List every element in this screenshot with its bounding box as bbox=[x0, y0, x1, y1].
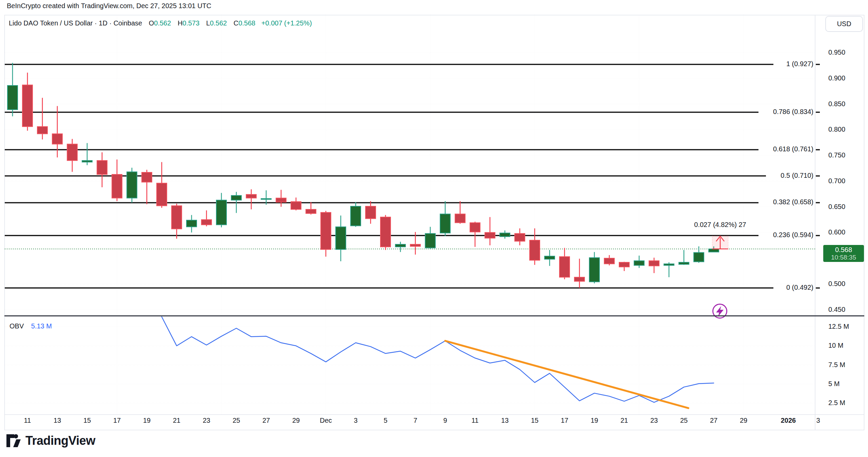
price-axis-label[interactable]: 0.600 bbox=[828, 228, 845, 236]
candle-body bbox=[127, 172, 137, 198]
candle-body bbox=[37, 127, 47, 134]
candle-body bbox=[649, 261, 659, 266]
candle-body bbox=[97, 160, 107, 174]
candle-body bbox=[709, 249, 719, 252]
candle-body bbox=[351, 206, 361, 226]
candle-body bbox=[440, 214, 450, 233]
date-axis-label[interactable]: 19 bbox=[132, 417, 162, 424]
date-axis-label[interactable]: 23 bbox=[191, 417, 222, 424]
obv-indicator-row: OBV 5.13 M bbox=[9, 322, 52, 330]
candle-body bbox=[82, 160, 92, 162]
candle-body bbox=[470, 223, 480, 232]
date-axis-label[interactable]: 2026 bbox=[773, 417, 804, 424]
obv-axis-label[interactable]: 7.5 M bbox=[828, 361, 845, 369]
date-axis-label[interactable]: 11 bbox=[12, 417, 43, 424]
price-axis-label[interactable]: 0.450 bbox=[828, 306, 845, 313]
price-axis-label[interactable]: 0.950 bbox=[828, 49, 845, 56]
candle-body bbox=[142, 172, 152, 182]
candle-body bbox=[500, 233, 510, 237]
tradingview-logo-icon bbox=[6, 434, 21, 448]
date-axis-label[interactable]: 5 bbox=[370, 417, 401, 424]
obv-axis-label[interactable]: 10 M bbox=[828, 342, 843, 349]
candle-body bbox=[186, 220, 197, 227]
fib-level-label: 0.618 (0.761) bbox=[773, 145, 813, 153]
measure-tool[interactable] bbox=[712, 236, 728, 249]
high-value: 0.573 bbox=[182, 19, 199, 27]
price-axis-label[interactable]: 0.850 bbox=[828, 100, 845, 108]
date-axis-label[interactable]: 19 bbox=[579, 417, 610, 424]
date-axis-label[interactable]: 25 bbox=[221, 417, 252, 424]
candle-body bbox=[679, 262, 689, 264]
candle-body bbox=[231, 195, 241, 200]
candle-body bbox=[380, 217, 391, 247]
date-axis-label[interactable]: 13 bbox=[490, 417, 520, 424]
tradingview-logo-text: TradingView bbox=[25, 434, 95, 448]
date-axis-label[interactable]: 11 bbox=[460, 417, 490, 424]
symbol-info-row: Lido DAO Token / US Dollar · 1D · Coinba… bbox=[9, 19, 312, 27]
date-axis-label[interactable]: 21 bbox=[609, 417, 639, 424]
date-axis-label[interactable]: 17 bbox=[102, 417, 132, 424]
date-axis-label[interactable]: 23 bbox=[639, 417, 669, 424]
candle-body bbox=[619, 262, 629, 267]
candle-body bbox=[336, 227, 346, 250]
tradingview-logo[interactable]: TradingView bbox=[6, 434, 95, 448]
candle-body bbox=[306, 209, 316, 213]
date-axis-label[interactable]: 7 bbox=[400, 417, 431, 424]
obv-axis-label[interactable]: 5 M bbox=[828, 380, 840, 388]
price-axis-label[interactable]: 0.650 bbox=[828, 203, 845, 211]
candle-body bbox=[485, 232, 495, 238]
date-axis-label[interactable]: 27 bbox=[698, 417, 729, 424]
date-axis-label[interactable]: 15 bbox=[519, 417, 550, 424]
candle-body bbox=[574, 277, 585, 281]
price-axis-label[interactable]: 0.800 bbox=[828, 126, 845, 133]
close-value: 0.568 bbox=[238, 19, 255, 27]
candle-body bbox=[664, 264, 674, 266]
date-axis-label[interactable]: 13 bbox=[42, 417, 73, 424]
fib-level-label: 0.786 (0.834) bbox=[773, 108, 813, 116]
date-axis-label[interactable]: 21 bbox=[161, 417, 192, 424]
obv-value: 5.13 M bbox=[31, 322, 52, 330]
open-label: O bbox=[149, 19, 154, 27]
date-axis-label[interactable]: 29 bbox=[728, 417, 759, 424]
low-value: 0.562 bbox=[210, 19, 227, 27]
date-axis-label[interactable]: 15 bbox=[72, 417, 102, 424]
obv-trendline[interactable] bbox=[445, 341, 688, 408]
date-axis-label[interactable]: 29 bbox=[281, 417, 311, 424]
date-axis-label[interactable]: 9 bbox=[430, 417, 460, 424]
candle-body bbox=[201, 220, 212, 225]
fib-level-label: 0.236 (0.594) bbox=[773, 231, 813, 239]
close-label: C bbox=[234, 19, 238, 27]
candle-body bbox=[112, 174, 122, 198]
price-axis-label[interactable]: 0.500 bbox=[828, 280, 845, 288]
fib-level-label: 1 (0.927) bbox=[786, 60, 813, 68]
candle-body bbox=[694, 252, 704, 262]
currency-toggle-button[interactable]: USD bbox=[825, 16, 863, 32]
gridlines bbox=[4, 15, 815, 415]
date-axis-label[interactable]: 3 bbox=[340, 417, 371, 424]
candle-body bbox=[52, 134, 62, 144]
date-axis-label[interactable]: 17 bbox=[549, 417, 580, 424]
candle-body bbox=[22, 85, 33, 127]
date-axis-label[interactable]: 27 bbox=[251, 417, 281, 424]
price-axis-label[interactable]: 0.700 bbox=[828, 177, 845, 185]
date-axis-label[interactable]: 25 bbox=[669, 417, 699, 424]
candle-body bbox=[172, 206, 182, 229]
candle-body bbox=[291, 202, 301, 209]
price-axis-label[interactable]: 0.750 bbox=[828, 151, 845, 159]
candle-body bbox=[634, 261, 644, 266]
last-price-tag: 0.568 10:58:35 bbox=[823, 245, 864, 262]
measure-annotation: 0.027 (4.82%) 27 bbox=[663, 221, 778, 229]
candle-body bbox=[321, 212, 331, 249]
high-label: H bbox=[178, 19, 182, 27]
candle-body bbox=[425, 233, 435, 248]
date-axis-label[interactable]: 3 bbox=[803, 417, 833, 424]
date-axis-label[interactable]: Dec bbox=[311, 417, 341, 424]
candle-body bbox=[455, 214, 465, 223]
candle-body bbox=[276, 198, 286, 202]
candle-body bbox=[7, 85, 18, 110]
obv-axis-label[interactable]: 12.5 M bbox=[828, 323, 849, 330]
symbol-title: Lido DAO Token / US Dollar · 1D · Coinba… bbox=[9, 19, 142, 27]
open-value: 0.562 bbox=[154, 19, 171, 27]
obv-axis-label[interactable]: 2.5 M bbox=[828, 399, 845, 407]
price-axis-label[interactable]: 0.900 bbox=[828, 74, 845, 82]
